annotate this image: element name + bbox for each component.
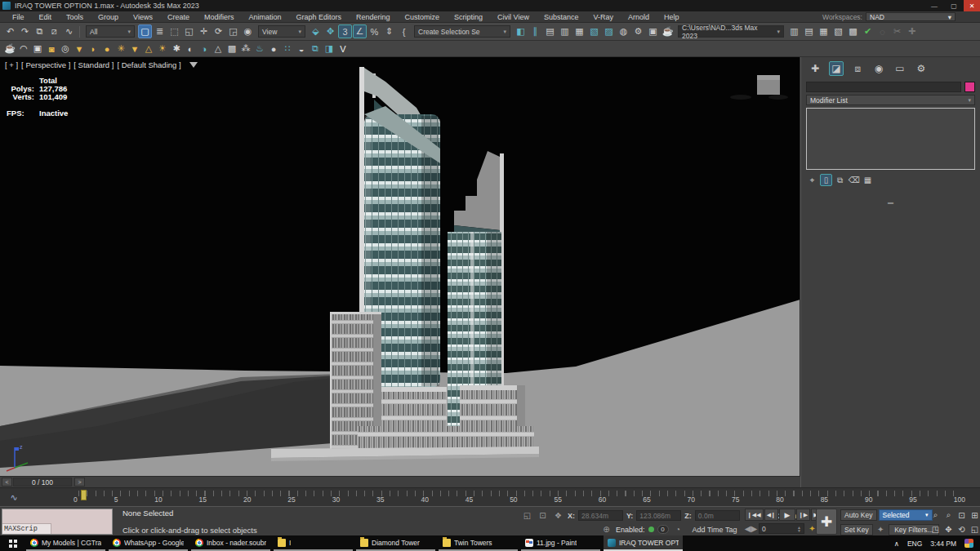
set-keys-plus-button[interactable]: ✚	[816, 509, 837, 535]
rendered-frame-window-icon[interactable]: ▣	[646, 24, 660, 38]
render-setup-icon[interactable]: ⚙	[631, 24, 645, 38]
save-file-icon[interactable]: ▩	[846, 24, 860, 38]
redo-icon[interactable]: ↷	[18, 24, 32, 38]
vray-teapot-icon[interactable]: ☕	[3, 42, 16, 56]
viewport-filter-icon[interactable]	[189, 62, 198, 68]
zoom-all-icon[interactable]: ⌕	[942, 509, 955, 522]
task-folder-diamond-tower[interactable]: Diamond Tower	[356, 535, 435, 551]
align-icon[interactable]: ∥	[528, 24, 542, 38]
percent-snap-icon[interactable]: %	[368, 24, 381, 38]
object-name-field[interactable]	[806, 82, 961, 92]
task-chrome-whatsapp[interactable]: WhatsApp - Google C...	[109, 535, 188, 551]
time-slider-handle[interactable]: 0 / 100	[13, 478, 72, 487]
vray-sphere-light-icon[interactable]: ●	[100, 42, 114, 56]
key-mode-toggle-icon[interactable]: ◀▶	[745, 522, 757, 535]
menu-item[interactable]: Modifiers	[197, 13, 242, 21]
angle-snap-icon[interactable]: ∠	[353, 24, 367, 38]
zoom-extents-all-icon[interactable]: ⊞	[969, 509, 980, 522]
tab-create-icon[interactable]: ✚	[808, 61, 822, 76]
vray-film-camera-icon[interactable]: ◎	[59, 42, 72, 56]
workspace-dropdown[interactable]: NAD▾	[866, 12, 956, 21]
vray-sky-icon[interactable]: ✱	[170, 42, 183, 56]
select-and-scale-icon[interactable]: ◲	[226, 24, 240, 38]
tray-caret[interactable]: ∧	[894, 540, 899, 548]
material-editor-icon[interactable]: ◍	[617, 24, 630, 38]
vray-palette-icon[interactable]: ◒	[295, 42, 308, 56]
vray-geometry-icon[interactable]: ◐	[184, 42, 197, 56]
reference-coordinate-dropdown[interactable]: View▾	[258, 25, 305, 38]
menu-item[interactable]: Arnold	[621, 13, 657, 21]
next-frame-icon[interactable]: ❙▶	[796, 509, 810, 521]
vray-sun-icon[interactable]: ☀	[156, 42, 169, 56]
enabled-value-toggle[interactable]: 0	[657, 525, 669, 534]
schematic-view-icon[interactable]: ▨	[602, 24, 616, 38]
export-file-icon[interactable]: ▧	[831, 24, 845, 38]
absolute-mode-icon[interactable]: ❖	[552, 509, 564, 522]
vray-objects-icon[interactable]: ◨	[323, 42, 336, 56]
menu-item[interactable]: Create	[160, 13, 197, 21]
toggle-ribbon-icon[interactable]: ▦	[572, 24, 586, 38]
menu-item[interactable]: Customize	[398, 13, 448, 21]
viewport-menu-plus[interactable]: [ + ]	[5, 60, 18, 69]
vray-dome-icon[interactable]: ◠	[17, 42, 30, 56]
task-folder-twin-towers[interactable]: Twin Towers	[439, 535, 518, 551]
task-chrome-inbox[interactable]: Inbox - nader.soubra...	[191, 535, 270, 551]
z-coordinate-field[interactable]: 0.0m	[695, 510, 740, 521]
modifier-stack[interactable]	[806, 108, 975, 170]
tab-utilities-icon[interactable]: ⚙	[914, 61, 929, 76]
use-pivot-point-center-icon[interactable]: ⬙	[309, 24, 323, 38]
tab-display-icon[interactable]: ▭	[893, 61, 907, 76]
tab-modify-icon[interactable]: ◪	[829, 61, 844, 76]
object-color-swatch[interactable]	[964, 82, 975, 92]
vray-dome-light-icon[interactable]: ◗	[87, 42, 100, 56]
menu-item[interactable]: Edit	[32, 13, 60, 21]
task-folder-i[interactable]: I	[274, 535, 353, 551]
current-frame-field[interactable]: 0▲▼	[759, 523, 804, 534]
vray-mesh-light-icon[interactable]: ✳	[114, 42, 127, 56]
menu-item[interactable]: Tools	[59, 13, 91, 21]
make-unique-icon[interactable]: ⧉	[834, 174, 846, 186]
edit-named-selection-sets-icon[interactable]: {	[397, 24, 411, 38]
viewport-menu-view[interactable]: [ Perspective ]	[21, 60, 70, 69]
viewport-menu-style[interactable]: [ Standard ]	[74, 60, 114, 69]
vray-light-icon[interactable]: ▼	[73, 42, 86, 56]
vray-sphere-icon[interactable]: ●	[267, 42, 280, 56]
menu-item[interactable]: Substance	[537, 13, 586, 21]
previous-frame-button[interactable]: <	[2, 478, 12, 487]
save-scene-icon[interactable]: ▦	[817, 24, 831, 38]
window-crossing-icon[interactable]: ◱	[182, 24, 196, 38]
add-time-tag-button[interactable]: Add Time Tag	[693, 526, 737, 534]
named-selection-sets-dropdown[interactable]: Create Selection Se▾	[414, 25, 510, 38]
pin-stack-icon[interactable]: ⌖	[806, 174, 818, 186]
menu-item[interactable]: Rendering	[349, 13, 398, 21]
menu-item[interactable]: Views	[126, 13, 160, 21]
modifier-list-dropdown[interactable]: Modifier List▾	[806, 95, 975, 105]
render-production-icon[interactable]: ☕	[661, 24, 675, 38]
x-coordinate-field[interactable]: 28.634m	[578, 510, 623, 521]
menu-item[interactable]: Group	[91, 13, 126, 21]
paste-icon[interactable]: ✚	[905, 24, 919, 38]
pan-icon[interactable]: ✥	[942, 522, 955, 535]
menu-item[interactable]: Scripting	[447, 13, 490, 21]
zoom-icon[interactable]: ⌕	[929, 509, 942, 522]
previous-frame-icon[interactable]: ◀❙	[764, 509, 778, 521]
remove-modifier-icon[interactable]: ⌫	[848, 174, 860, 186]
snaps-toggle-3d-icon[interactable]: 3	[338, 24, 352, 38]
play-icon[interactable]: ▶	[779, 509, 795, 521]
maxscript-mini-listener[interactable]: MAXScrip	[2, 509, 113, 535]
cut-icon[interactable]: ✂	[890, 24, 904, 38]
zoom-extents-icon[interactable]: ⊡	[956, 509, 968, 522]
show-end-result-icon[interactable]: ▯	[820, 174, 832, 186]
import-file-icon[interactable]: ▥	[787, 24, 801, 38]
toggle-layer-explorer-icon[interactable]: ▥	[558, 24, 572, 38]
key-selection-dropdown[interactable]: Selected▾	[879, 509, 933, 521]
track-bar[interactable]: ∿ 05101520253035404550556065707580859095…	[0, 487, 980, 506]
viewport-menu-shading[interactable]: [ Default Shading ]	[117, 60, 180, 69]
spinner-snap-icon[interactable]: ⇕	[382, 24, 396, 38]
tab-hierarchy-icon[interactable]: ⧈	[850, 61, 865, 76]
close-button[interactable]: ✕	[964, 0, 980, 11]
vray-volume-grid-icon[interactable]: ♨	[253, 42, 266, 56]
vray-ies-light-icon[interactable]: ▼	[128, 42, 141, 56]
go-to-start-icon[interactable]: ❙◀◀	[745, 509, 764, 521]
select-and-rotate-icon[interactable]: ⟳	[212, 24, 225, 38]
